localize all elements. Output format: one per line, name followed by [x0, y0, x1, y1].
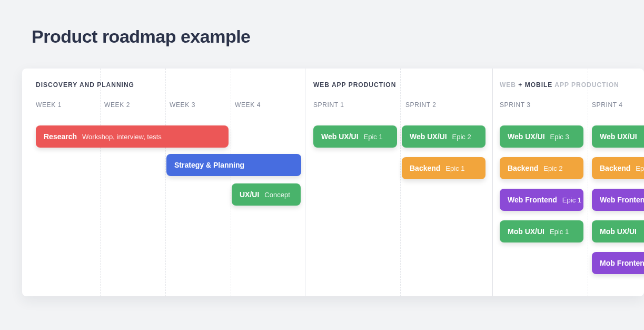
col-divider [165, 69, 166, 296]
card-uxui-concept[interactable]: UX/UI Concept [232, 183, 301, 206]
card-title: Backend [600, 164, 630, 172]
card-research[interactable]: Research Workshop, interview, tests [36, 125, 229, 148]
card-title: Web UX/UI [321, 132, 359, 141]
section-divider [492, 69, 493, 296]
card-web-frontend-epic-1[interactable]: Web Frontend Epic 1 [500, 189, 583, 211]
card-mob-uxui-epic-1[interactable]: Mob UX/UI Epic 1 [500, 220, 583, 242]
card-web-frontend-sprint-4[interactable]: Web Fronten [592, 189, 644, 211]
section-header-webmobile: WEB + MOBILE APP PRODUCTION [500, 81, 619, 89]
section-header-text-muted: APP PRODUCTION [552, 81, 619, 89]
card-title: UX/UI [240, 190, 259, 199]
col-header-sprint-4: SPRINT 4 [592, 101, 623, 109]
page-title: Product roadmap example [32, 26, 251, 47]
card-backend-sprint-4[interactable]: Backend Ep [592, 157, 644, 179]
col-header-week-1: WEEK 1 [36, 101, 62, 109]
card-sub: Workshop, interview, tests [82, 133, 162, 141]
card-backend-epic-1[interactable]: Backend Epic 1 [402, 157, 486, 179]
card-sub: Epic 2 [543, 164, 562, 172]
col-divider [400, 69, 401, 296]
section-header-text-muted: WEB [500, 81, 518, 89]
card-title: Backend [508, 164, 538, 172]
col-header-sprint-2: SPRINT 2 [405, 101, 437, 109]
col-header-sprint-1: SPRINT 1 [313, 101, 344, 109]
card-sub: Concept [264, 191, 290, 199]
card-sub: Ep [636, 164, 644, 172]
card-title: Strategy & Planning [174, 161, 244, 169]
card-title: Web UX/UI [600, 132, 637, 141]
card-title: Mob UX/UI [508, 227, 544, 236]
card-web-uxui-epic-2[interactable]: Web UX/UI Epic 2 [402, 125, 486, 148]
card-title: Web Frontend [508, 196, 557, 204]
card-sub: Epic 1 [445, 164, 464, 172]
col-header-week-3: WEEK 3 [170, 101, 195, 109]
card-title: Web Fronten [600, 196, 644, 204]
card-sub: Epic 1 [550, 228, 569, 236]
card-web-uxui-epic-1[interactable]: Web UX/UI Epic 1 [313, 125, 397, 148]
col-divider [100, 69, 101, 296]
roadmap-board: DISCOVERY AND PLANNING WEB APP PRODUCTIO… [22, 69, 644, 296]
col-divider [231, 69, 231, 296]
card-mob-uxui-sprint-4[interactable]: Mob UX/UI [592, 220, 644, 242]
card-web-uxui-sprint-4[interactable]: Web UX/UI [592, 125, 644, 148]
card-sub: Epic 1 [364, 133, 383, 141]
section-divider [305, 69, 305, 296]
section-header-discovery: DISCOVERY AND PLANNING [36, 81, 134, 89]
card-sub: Epic 3 [550, 133, 569, 141]
card-sub: Epic 1 [562, 196, 581, 204]
col-header-sprint-3: SPRINT 3 [500, 101, 531, 109]
card-sub: Epic 2 [452, 133, 471, 141]
col-header-week-2: WEEK 2 [104, 101, 130, 109]
card-title: Mob Fronten [600, 259, 644, 267]
section-header-text: WEB APP PRODUCTION [313, 81, 396, 89]
card-backend-epic-2[interactable]: Backend Epic 2 [500, 157, 583, 179]
card-title: Web UX/UI [410, 132, 447, 141]
section-header-webapp: WEB APP PRODUCTION [313, 81, 396, 89]
card-title: Web UX/UI [508, 132, 545, 141]
section-header-text: + MOBILE [518, 81, 552, 89]
card-title: Mob UX/UI [600, 227, 637, 236]
card-mob-frontend-sprint-4[interactable]: Mob Fronten [592, 252, 644, 274]
card-web-uxui-epic-3[interactable]: Web UX/UI Epic 3 [500, 125, 583, 148]
col-header-week-4: WEEK 4 [235, 101, 261, 109]
section-header-text: DISCOVERY AND PLANNING [36, 81, 134, 89]
col-divider [588, 69, 588, 296]
card-title: Research [44, 132, 77, 141]
card-strategy[interactable]: Strategy & Planning [166, 154, 301, 176]
card-title: Backend [410, 164, 440, 172]
